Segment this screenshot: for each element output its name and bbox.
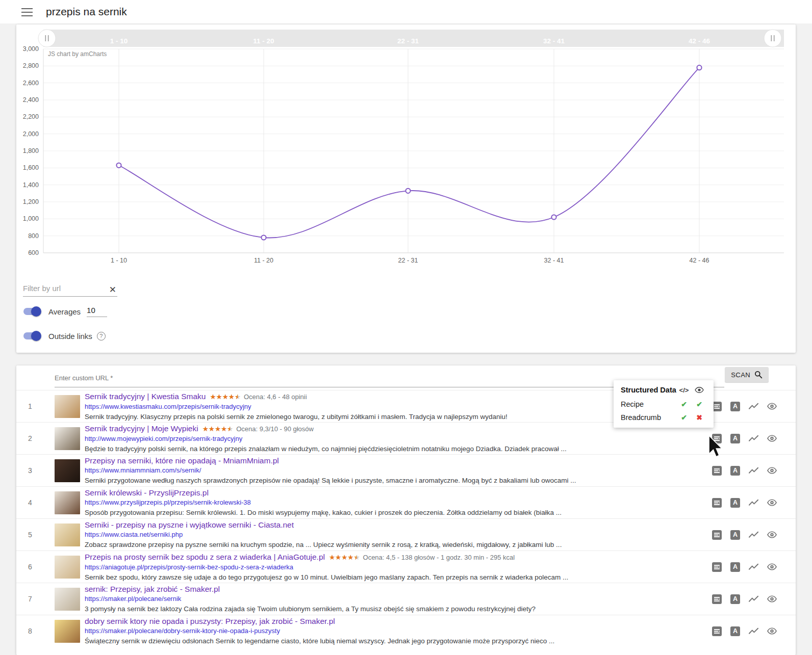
- result-description: Sernik bez spodu, który zawsze się udaje…: [85, 572, 712, 582]
- result-url: https://www.przyslijprzepis.pl/przepis/s…: [85, 498, 712, 507]
- result-thumbnail[interactable]: [55, 459, 80, 482]
- y-axis-tick-label: 2,800: [23, 62, 39, 69]
- result-row: 6 Przepis na prosty sernik bez spodu z s…: [16, 551, 796, 583]
- result-title-link[interactable]: Serniki - przepisy na pyszne i wyjątkowe…: [85, 520, 294, 529]
- preview-eye-icon[interactable]: [767, 498, 777, 508]
- preview-eye-icon[interactable]: [767, 402, 777, 411]
- outside-links-row: Outside links ?: [23, 330, 106, 342]
- data-point-bullet[interactable]: [405, 189, 410, 193]
- clear-filter-icon[interactable]: ✕: [109, 284, 116, 295]
- text-content-icon[interactable]: A: [730, 562, 740, 572]
- trend-chart-icon[interactable]: [749, 498, 758, 508]
- result-title-link[interactable]: Sernik królewski - PrzyslijPrzepis.pl: [85, 488, 209, 497]
- preview-eye-icon[interactable]: [767, 626, 777, 636]
- scrollbar-handle-left[interactable]: [38, 30, 56, 47]
- outside-links-toggle[interactable]: [23, 331, 41, 341]
- result-rank: 8: [22, 627, 38, 635]
- result-url: https://smaker.pl/polecane/dobry-sernik-…: [85, 626, 712, 635]
- data-point-bullet[interactable]: [261, 235, 266, 240]
- y-axis-tick-label: 1,200: [23, 198, 39, 205]
- eye-icon[interactable]: [692, 387, 707, 393]
- text-content-icon[interactable]: A: [730, 434, 740, 443]
- y-axis-tick-label: 1,400: [23, 181, 39, 189]
- scrollbar-handle-right[interactable]: [764, 30, 781, 47]
- structured-data-row: Breadcrumb✔✖: [621, 413, 707, 422]
- result-title-link[interactable]: Przepis na prosty sernik bez spodu z ser…: [85, 553, 325, 561]
- result-title-link[interactable]: sernik: Przepisy, jak zrobić - Smaker.pl: [85, 585, 220, 593]
- trend-chart-icon[interactable]: [749, 594, 758, 604]
- result-thumbnail[interactable]: [55, 588, 80, 611]
- y-axis-tick-label: 1,600: [23, 164, 39, 171]
- result-thumbnail[interactable]: [55, 620, 80, 643]
- rating-stars-icon: ★★★★★★★★★★: [329, 554, 360, 561]
- averages-value-input[interactable]: [87, 306, 107, 317]
- data-point-bullet[interactable]: [551, 215, 556, 219]
- result-rank: 3: [22, 466, 38, 475]
- trend-chart-icon[interactable]: [749, 434, 758, 443]
- y-axis-tick-label: 800: [28, 232, 39, 240]
- result-thumbnail[interactable]: [55, 427, 80, 450]
- preview-eye-icon[interactable]: [767, 594, 777, 604]
- scan-button[interactable]: SCAN: [725, 367, 769, 382]
- trend-chart-icon[interactable]: [749, 466, 758, 476]
- scrollbar-label: 11 - 20: [253, 37, 274, 45]
- handle-grip-icon: [48, 35, 49, 41]
- row-actions: A: [712, 466, 777, 476]
- preview-eye-icon[interactable]: [767, 466, 777, 476]
- trend-chart-icon[interactable]: [749, 562, 758, 572]
- result-content: dobry sernik ktory nie opada i puszysty:…: [85, 616, 712, 646]
- result-thumbnail[interactable]: [55, 556, 80, 579]
- structured-data-icon[interactable]: [712, 466, 722, 476]
- text-content-icon[interactable]: A: [730, 530, 740, 540]
- rating-stars-icon: ★★★★★★★★★★: [210, 394, 241, 401]
- averages-label: Averages: [48, 307, 81, 316]
- result-thumbnail[interactable]: [55, 395, 80, 418]
- structured-data-icon[interactable]: [712, 498, 722, 508]
- text-content-icon[interactable]: A: [730, 498, 740, 508]
- result-title-link[interactable]: dobry sernik ktory nie opada i puszysty:…: [85, 617, 335, 625]
- result-row: 8 dobry sernik ktory nie opada i puszyst…: [16, 615, 796, 647]
- trend-chart-icon[interactable]: [749, 402, 758, 411]
- result-thumbnail[interactable]: [55, 491, 80, 514]
- result-title-link[interactable]: Sernik tradycyjny | Moje Wypieki: [85, 424, 198, 433]
- result-content: Sernik tradycyjny | Moje Wypieki★★★★★★★★…: [85, 424, 712, 454]
- menu-icon[interactable]: [21, 8, 33, 16]
- y-axis-tick-label: 1,800: [23, 147, 39, 154]
- result-row: 7 sernik: Przepisy, jak zrobić - Smaker.…: [16, 583, 796, 615]
- preview-eye-icon[interactable]: [767, 562, 777, 572]
- result-title-link[interactable]: Przepisy na serniki, które nie opadają -…: [85, 456, 279, 465]
- result-thumbnail[interactable]: [55, 523, 80, 546]
- text-content-icon[interactable]: A: [730, 626, 740, 636]
- structured-data-tooltip: Structured Data </> Recipe✔✔Breadcrumb✔✖: [614, 380, 714, 428]
- text-content-icon[interactable]: A: [730, 466, 740, 476]
- text-content-icon[interactable]: A: [730, 594, 740, 604]
- preview-eye-icon[interactable]: [767, 434, 777, 443]
- filter-by-url-field: ✕: [23, 281, 117, 297]
- structured-data-icon[interactable]: [712, 562, 722, 572]
- data-point-bullet[interactable]: [697, 65, 701, 70]
- row-actions: A: [712, 402, 777, 411]
- structured-data-icon[interactable]: [712, 626, 722, 636]
- x-axis-category-label: 1 - 10: [111, 257, 127, 264]
- averages-row: Averages: [23, 305, 107, 318]
- result-title-link[interactable]: Sernik tradycyjny | Kwestia Smaku: [85, 392, 206, 401]
- text-content-icon[interactable]: A: [730, 402, 740, 411]
- averages-toggle[interactable]: [23, 306, 41, 317]
- result-row: 5 Serniki - przepisy na pyszne i wyjątko…: [16, 518, 796, 551]
- data-point-bullet[interactable]: [116, 163, 121, 168]
- structured-data-icon[interactable]: [712, 530, 722, 540]
- result-description: Zobacz sprawdzone przepisy na pyszne ser…: [85, 540, 712, 549]
- trend-chart-icon[interactable]: [749, 626, 758, 636]
- help-icon[interactable]: ?: [97, 332, 106, 340]
- filter-by-url-input[interactable]: [23, 281, 117, 297]
- trend-chart-icon[interactable]: [749, 530, 758, 540]
- check-icon: ✔: [692, 400, 707, 408]
- code-icon[interactable]: </>: [676, 386, 692, 394]
- x-axis-category-label: 11 - 20: [254, 257, 273, 264]
- result-row: 3 Przepisy na serniki, które nie opadają…: [16, 454, 796, 486]
- chart-card: 1 - 1011 - 2022 - 3132 - 4142 - 463,0002…: [16, 24, 796, 353]
- result-content: Przepisy na serniki, które nie opadają -…: [85, 456, 712, 485]
- result-rank: 2: [22, 434, 38, 442]
- structured-data-icon[interactable]: [712, 594, 722, 604]
- preview-eye-icon[interactable]: [767, 530, 777, 540]
